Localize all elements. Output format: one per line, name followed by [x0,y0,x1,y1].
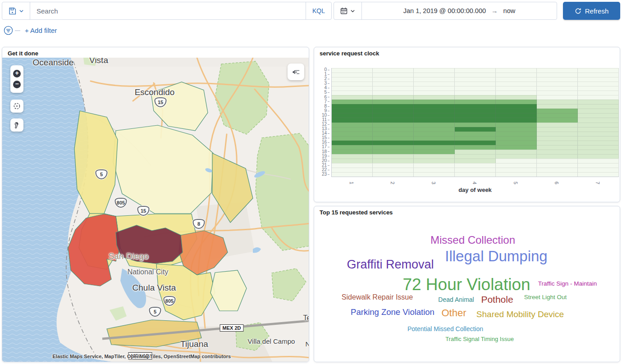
heatmap-cell[interactable] [414,77,455,82]
heatmap-cell[interactable] [455,127,496,132]
heatmap-cell[interactable] [455,168,496,172]
heatmap-cell[interactable] [455,91,496,95]
fit-to-data-button[interactable] [10,100,23,113]
heatmap-cell[interactable] [578,127,619,132]
heatmap-cell[interactable] [373,118,414,122]
heatmap-cell[interactable] [332,68,373,73]
heatmap-cell[interactable] [537,145,578,150]
heatmap-cell[interactable] [455,82,496,86]
heatmap-cell[interactable] [332,91,373,95]
heatmap-cell[interactable] [373,104,414,109]
heatmap-cell[interactable] [332,113,373,118]
tag-word[interactable]: Traffic Signal Timing Issue [445,336,514,342]
heatmap-cell[interactable] [414,113,455,118]
heatmap-cell[interactable] [578,73,619,77]
heatmap-cell[interactable] [578,91,619,95]
heatmap-cell[interactable] [578,154,619,159]
heatmap-cell[interactable] [455,113,496,118]
heatmap-cell[interactable] [537,82,578,86]
tag-word[interactable]: Other [441,307,466,319]
heatmap-cell[interactable] [414,172,455,177]
heatmap-cell[interactable] [578,109,619,113]
date-quick-menu-button[interactable] [334,2,362,19]
heatmap-cell[interactable] [496,68,537,73]
tag-word[interactable]: Pothole [481,294,513,305]
heatmap-cell[interactable] [332,104,373,109]
heatmap-cell[interactable] [537,100,578,104]
tag-word[interactable]: Sidewalk Repair Issue [342,293,413,301]
heatmap-cell[interactable] [455,95,496,100]
heatmap-cell[interactable] [537,154,578,159]
heatmap-cell[interactable] [455,73,496,77]
heatmap-cell[interactable] [455,118,496,122]
heatmap-cell[interactable] [332,73,373,77]
heatmap-cell[interactable] [496,168,537,172]
heatmap-cell[interactable] [455,100,496,104]
heatmap-cell[interactable] [578,172,619,177]
heatmap-cell[interactable] [537,127,578,132]
heatmap-cell[interactable] [578,68,619,73]
heatmap-cell[interactable] [373,150,414,154]
heatmap-cell[interactable] [373,73,414,77]
heatmap-cell[interactable] [373,132,414,136]
tag-word[interactable]: Traffic Sign - Maintain [538,280,597,287]
heatmap-cell[interactable] [537,150,578,154]
heatmap-cell[interactable] [496,145,537,150]
heatmap-cell[interactable] [578,100,619,104]
heatmap-cell[interactable] [496,150,537,154]
heatmap-cell[interactable] [373,109,414,113]
heatmap-cell[interactable] [414,100,455,104]
heatmap-cell[interactable] [373,172,414,177]
heatmap-cell[interactable] [455,123,496,127]
heatmap-cell[interactable] [332,163,373,168]
heatmap-cell[interactable] [496,163,537,168]
heatmap-cell[interactable] [537,132,578,136]
heatmap-cell[interactable] [455,172,496,177]
heatmap-cell[interactable] [537,73,578,77]
heatmap-cell[interactable] [414,141,455,145]
heatmap-cell[interactable] [578,168,619,172]
heatmap-cell[interactable] [455,141,496,145]
heatmap-cell[interactable] [537,77,578,82]
heatmap-cell[interactable] [455,104,496,109]
map-tools-button[interactable] [10,118,23,132]
heatmap-cell[interactable] [578,113,619,118]
heatmap-cell[interactable] [496,132,537,136]
tag-word[interactable]: Street Light Out [524,294,567,300]
heatmap-cell[interactable] [414,163,455,168]
heatmap-cell[interactable] [496,172,537,177]
heatmap-cell[interactable] [455,150,496,154]
heatmap-cell[interactable] [578,118,619,122]
heatmap-cell[interactable] [414,68,455,73]
heatmap-cell[interactable] [578,77,619,82]
heatmap-cell[interactable] [373,127,414,132]
heatmap-cell[interactable] [373,168,414,172]
heatmap-cell[interactable] [537,136,578,141]
heatmap-cell[interactable] [373,123,414,127]
heatmap-cell[interactable] [414,168,455,172]
heatmap-cell[interactable] [332,172,373,177]
heatmap-cell[interactable] [537,159,578,163]
heatmap-cell[interactable] [373,100,414,104]
heatmap-cell[interactable] [332,154,373,159]
heatmap-cell[interactable] [496,127,537,132]
kql-toggle-button[interactable]: KQL [306,2,331,19]
filter-circle-icon[interactable] [4,26,13,35]
heatmap-cell[interactable] [578,132,619,136]
heatmap-cell[interactable] [414,132,455,136]
search-input[interactable] [30,7,306,15]
date-range-start[interactable]: Jan 1, 2019 @ 00:00:00.000 [403,7,486,14]
heatmap-cell[interactable] [373,113,414,118]
heatmap-cell[interactable] [537,123,578,127]
heatmap-cell[interactable] [496,77,537,82]
heatmap-cell[interactable] [373,159,414,163]
heatmap-cell[interactable] [373,154,414,159]
heatmap-cell[interactable] [537,109,578,113]
heatmap-cell[interactable] [373,163,414,168]
heatmap-cell[interactable] [537,118,578,122]
heatmap-cell[interactable] [455,145,496,150]
heatmap-cell[interactable] [373,136,414,141]
heatmap-cell[interactable] [578,159,619,163]
tag-word[interactable]: Missed Collection [430,234,515,246]
tag-word[interactable]: Illegal Dumping [445,248,547,265]
